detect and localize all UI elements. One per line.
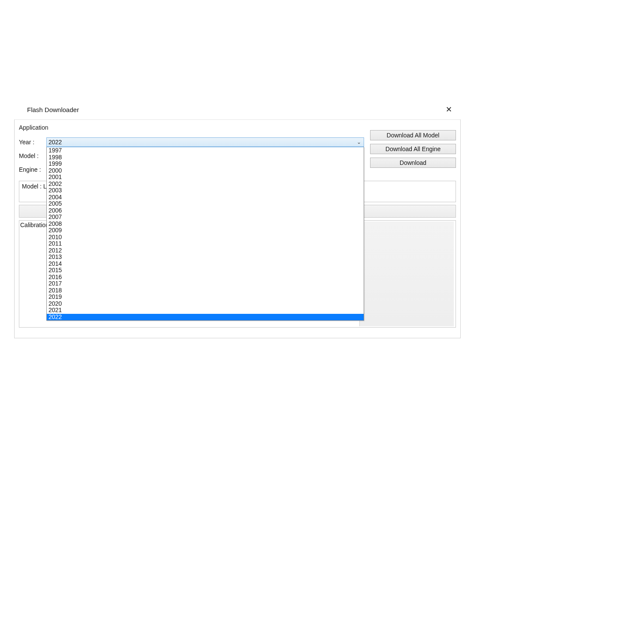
year-option[interactable]: 2003 — [47, 187, 364, 194]
year-option[interactable]: 2019 — [47, 294, 364, 301]
year-option[interactable]: 2013 — [47, 254, 364, 261]
year-combo-wrap: 2022 ⌄ 199719981999200020012002200320042… — [46, 137, 364, 147]
download-button[interactable]: Download — [370, 158, 456, 168]
year-option[interactable]: 1997 — [47, 147, 364, 154]
year-option[interactable]: 2010 — [47, 234, 364, 241]
window-title: Flash Downloader — [27, 106, 79, 113]
model-label: Model : — [19, 152, 44, 159]
year-option[interactable]: 2016 — [47, 274, 364, 281]
year-combo[interactable]: 2022 ⌄ — [46, 137, 364, 147]
year-option[interactable]: 2008 — [47, 221, 364, 228]
client-area: Application Year : 2022 ⌄ 19971998199920… — [14, 119, 461, 338]
year-option[interactable]: 2021 — [47, 307, 364, 314]
year-option[interactable]: 1998 — [47, 154, 364, 161]
row-year: Year : 2022 ⌄ 19971998199920002001200220… — [19, 135, 364, 149]
titlebar: Flash Downloader ✕ — [14, 102, 461, 119]
model-info-text: Model : L — [22, 183, 47, 190]
calibration-right — [359, 222, 454, 326]
year-option[interactable]: 2018 — [47, 287, 364, 294]
year-option[interactable]: 2000 — [47, 167, 364, 174]
year-option[interactable]: 2001 — [47, 174, 364, 181]
year-dropdown-list: 1997199819992000200120022003200420052006… — [46, 147, 364, 321]
close-icon[interactable]: ✕ — [443, 104, 455, 115]
year-option[interactable]: 2007 — [47, 214, 364, 221]
year-option[interactable]: 2022 — [47, 314, 364, 321]
year-option[interactable]: 2014 — [47, 261, 364, 267]
year-option[interactable]: 2004 — [47, 194, 364, 201]
year-option[interactable]: 2020 — [47, 301, 364, 307]
year-option[interactable]: 2009 — [47, 227, 364, 234]
year-option[interactable]: 2015 — [47, 267, 364, 274]
year-option[interactable]: 2011 — [47, 240, 364, 247]
form: Year : 2022 ⌄ 19971998199920002001200220… — [19, 135, 364, 176]
download-all-engine-button[interactable]: Download All Engine — [370, 144, 456, 154]
year-option[interactable]: 1999 — [47, 161, 364, 167]
year-combo-value: 2022 — [49, 139, 62, 146]
calibration-label: Calibration — [20, 222, 49, 228]
year-option[interactable]: 2005 — [47, 200, 364, 207]
engine-label: Engine : — [19, 166, 44, 173]
year-option[interactable]: 2012 — [47, 247, 364, 254]
buttons-column: Download All Model Download All Engine D… — [370, 130, 456, 168]
window: Flash Downloader ✕ Application Year : 20… — [14, 102, 461, 338]
menu-application[interactable]: Application — [19, 124, 49, 131]
year-option[interactable]: 2006 — [47, 207, 364, 214]
year-label: Year : — [19, 139, 44, 146]
chevron-down-icon: ⌄ — [357, 139, 361, 145]
year-option[interactable]: 2017 — [47, 280, 364, 287]
year-option[interactable]: 2002 — [47, 181, 364, 188]
download-all-model-button[interactable]: Download All Model — [370, 130, 456, 140]
